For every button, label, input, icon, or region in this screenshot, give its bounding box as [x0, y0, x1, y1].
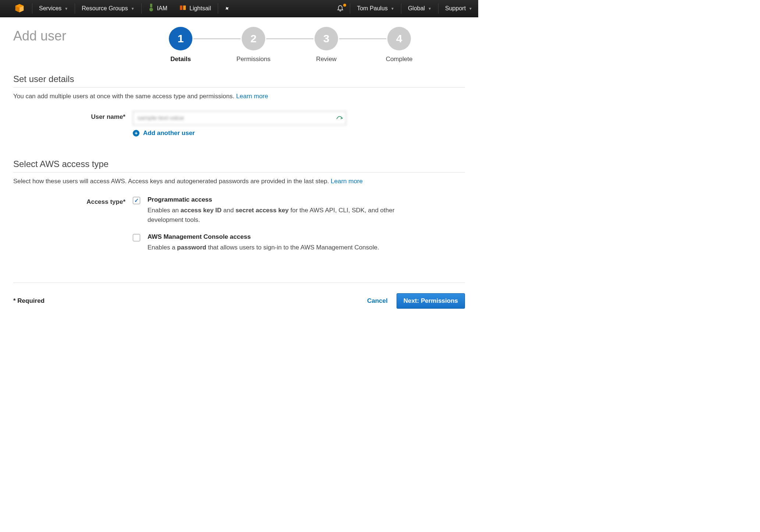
- chevron-down-icon: ▼: [391, 7, 394, 11]
- access-type-section: Select AWS access type Select how these …: [13, 159, 465, 260]
- svg-rect-7: [183, 6, 186, 10]
- bell-icon: [337, 4, 344, 13]
- nav-region-label: Global: [408, 5, 425, 12]
- main-content: Add user 1 Details 2 Permissions 3 Revie…: [0, 17, 478, 323]
- check-icon: ✓: [134, 197, 139, 204]
- notification-dot-icon: [343, 4, 346, 7]
- section-intro-access-type: Select how these users will access AWS. …: [13, 178, 465, 185]
- section-title-access-type: Select AWS access type: [13, 159, 465, 173]
- footer-bar: * Required Cancel Next: Permissions: [13, 283, 465, 309]
- pin-icon: ✦: [223, 4, 232, 13]
- nav-services-label: Services: [39, 5, 61, 12]
- lightsail-service-icon: [179, 4, 187, 13]
- iam-service-icon: [148, 4, 154, 13]
- footer-actions: Cancel Next: Permissions: [367, 293, 465, 309]
- chevron-down-icon: ▼: [131, 7, 135, 11]
- svg-point-5: [149, 8, 153, 11]
- nav-resource-groups[interactable]: Resource Groups ▼: [76, 0, 140, 17]
- username-input[interactable]: [133, 111, 346, 125]
- dashlane-icon[interactable]: [336, 113, 343, 123]
- wizard-step-details[interactable]: 1 Details: [168, 27, 193, 63]
- nav-pin[interactable]: ✦: [219, 0, 236, 17]
- add-another-user-button[interactable]: + Add another user: [133, 130, 346, 137]
- access-type-options: ✓ Programmatic access Enables an access …: [133, 196, 465, 260]
- programmatic-access-desc: Enables an access key ID and secret acce…: [148, 206, 412, 225]
- chevron-down-icon: ▼: [469, 7, 472, 11]
- nav-shortcut-lightsail[interactable]: Lightsail: [173, 0, 217, 17]
- nav-support[interactable]: Support ▼: [439, 0, 478, 17]
- access-type-row: Access type* ✓ Programmatic access Enabl…: [13, 196, 465, 260]
- nav-separator: [438, 3, 438, 14]
- learn-more-link[interactable]: Learn more: [236, 93, 268, 100]
- wizard-step-permissions[interactable]: 2 Permissions: [241, 27, 266, 63]
- svg-rect-6: [180, 6, 182, 10]
- chevron-down-icon: ▼: [428, 7, 432, 11]
- wizard-step-complete[interactable]: 4 Complete: [386, 27, 412, 63]
- console-access-option: AWS Management Console access Enables a …: [133, 233, 465, 252]
- nav-region[interactable]: Global ▼: [402, 0, 437, 17]
- console-access-content: AWS Management Console access Enables a …: [148, 233, 465, 252]
- wizard-step-label: Permissions: [237, 56, 271, 63]
- wizard-connector: [339, 39, 386, 39]
- intro-text: Select how these users will access AWS. …: [13, 178, 331, 185]
- nav-right-group: Tom Paulus ▼ Global ▼ Support ▼: [331, 0, 478, 17]
- console-access-title: AWS Management Console access: [148, 233, 465, 241]
- wizard-step-number: 1: [169, 27, 192, 50]
- console-access-desc: Enables a password that allows users to …: [148, 243, 412, 252]
- wizard-step-label: Details: [170, 56, 191, 63]
- wizard-stepper: 1 Details 2 Permissions 3 Review 4 Compl…: [168, 25, 412, 63]
- add-another-label: Add another user: [143, 130, 195, 137]
- nav-separator: [75, 3, 75, 14]
- wizard-step-number: 3: [315, 27, 338, 50]
- nav-support-label: Support: [445, 5, 466, 12]
- plus-circle-icon: +: [133, 130, 139, 136]
- aws-logo-icon[interactable]: [13, 3, 26, 14]
- nav-separator: [401, 3, 401, 14]
- wizard-step-label: Review: [316, 56, 337, 63]
- nav-iam-label: IAM: [157, 5, 167, 12]
- wizard-step-number: 2: [242, 27, 265, 50]
- nav-notifications[interactable]: [331, 0, 349, 17]
- username-row: User name* + Add another user: [13, 111, 465, 137]
- wizard-step-number: 4: [387, 27, 411, 50]
- username-field-wrapper: + Add another user: [133, 111, 346, 137]
- programmatic-access-content: Programmatic access Enables an access ke…: [148, 196, 465, 225]
- wizard-step-review[interactable]: 3 Review: [313, 27, 339, 63]
- nav-separator: [141, 3, 142, 14]
- access-type-label: Access type*: [13, 196, 133, 206]
- nav-account-label: Tom Paulus: [357, 5, 388, 12]
- required-note: * Required: [13, 297, 45, 305]
- learn-more-link[interactable]: Learn more: [331, 178, 363, 185]
- nav-separator: [218, 3, 218, 14]
- username-label: User name*: [13, 111, 133, 121]
- intro-text: You can add multiple users at once with …: [13, 93, 236, 100]
- top-nav: Services ▼ Resource Groups ▼ IAM Lightsa…: [0, 0, 478, 17]
- section-intro-user-details: You can add multiple users at once with …: [13, 93, 465, 100]
- header-row: Add user 1 Details 2 Permissions 3 Revie…: [13, 25, 465, 63]
- nav-shortcut-iam[interactable]: IAM: [142, 0, 173, 17]
- chevron-down-icon: ▼: [64, 7, 68, 11]
- nav-separator: [350, 3, 350, 14]
- cancel-button[interactable]: Cancel: [367, 297, 388, 305]
- console-access-checkbox[interactable]: [133, 234, 140, 241]
- page-title: Add user: [13, 25, 168, 44]
- programmatic-access-option: ✓ Programmatic access Enables an access …: [133, 196, 465, 225]
- nav-services[interactable]: Services ▼: [33, 0, 74, 17]
- nav-resource-groups-label: Resource Groups: [82, 5, 128, 12]
- wizard-connector: [193, 39, 241, 39]
- nav-account[interactable]: Tom Paulus ▼: [351, 0, 400, 17]
- nav-separator: [32, 3, 32, 14]
- programmatic-access-checkbox[interactable]: ✓: [133, 197, 140, 204]
- next-permissions-button[interactable]: Next: Permissions: [397, 293, 465, 309]
- programmatic-access-title: Programmatic access: [148, 196, 465, 203]
- section-title-user-details: Set user details: [13, 74, 465, 88]
- svg-rect-4: [150, 4, 152, 7]
- nav-lightsail-label: Lightsail: [189, 5, 211, 12]
- wizard-step-label: Complete: [386, 56, 413, 63]
- wizard-connector: [266, 39, 313, 39]
